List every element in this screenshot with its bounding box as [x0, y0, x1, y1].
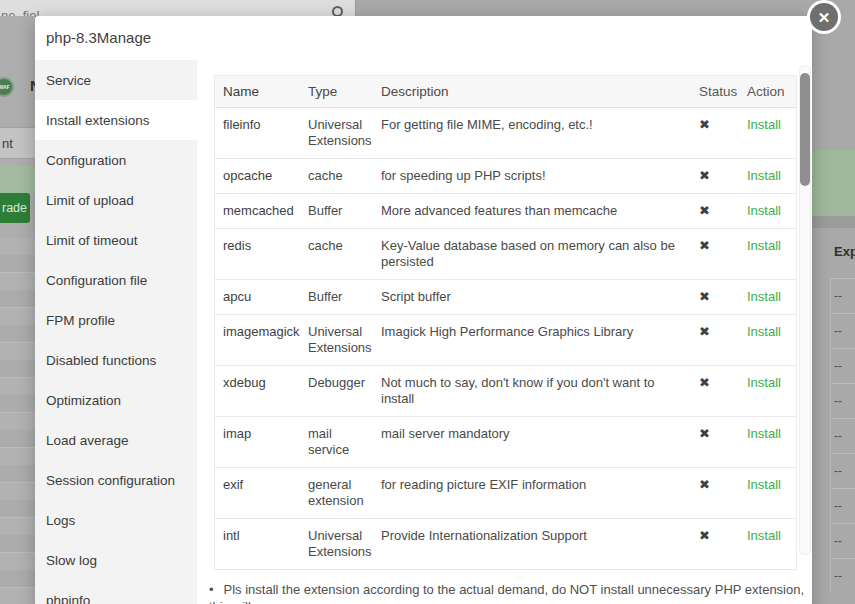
extension-status: ✖ — [691, 468, 739, 518]
background-column-header-expire: Expi — [834, 244, 855, 259]
extension-status: ✖ — [691, 229, 739, 279]
extension-name: xdebug — [215, 366, 300, 416]
extension-name: apcu — [215, 280, 300, 314]
extension-action: Install — [739, 468, 796, 518]
extension-description: For getting file MIME, encoding, etc.! — [373, 108, 691, 158]
extension-type: mail service — [300, 417, 373, 467]
sidebar-item-label: Limit of upload — [46, 193, 134, 208]
sidebar-item-label: Disabled functions — [46, 353, 156, 368]
extension-name: imap — [215, 417, 300, 467]
extension-name: intl — [215, 519, 300, 569]
waf-logo-icon: WAF — [0, 77, 14, 97]
screen: ne, fiel WAF N nt rade Expi -- -- -- -- … — [0, 0, 855, 604]
background-table-cell: -- — [831, 348, 855, 383]
not-installed-icon: ✖ — [699, 324, 710, 339]
background-table-cell: -- — [831, 383, 855, 418]
background-text-fragment-nt: nt — [2, 136, 13, 151]
sidebar-item-load-average[interactable]: Load average — [35, 420, 197, 460]
install-button[interactable]: Install — [747, 238, 781, 253]
extension-description: Imagick High Performance Graphics Librar… — [373, 315, 691, 365]
extension-status: ✖ — [691, 194, 739, 228]
sidebar-item-service[interactable]: Service — [35, 60, 197, 100]
sidebar-item-session-configuration[interactable]: Session configuration — [35, 460, 197, 500]
sidebar-item-label: Limit of timeout — [46, 233, 138, 248]
extension-action: Install — [739, 519, 796, 569]
sidebar-item-phpinfo[interactable]: phpinfo — [35, 580, 197, 604]
background-table-cell: -- — [831, 558, 855, 593]
extension-name: exif — [215, 468, 300, 518]
extension-status: ✖ — [691, 315, 739, 365]
sidebar-item-label: Service — [46, 73, 91, 88]
install-warning-note: •Pls install the extension according to … — [209, 581, 809, 604]
sidebar-item-label: Load average — [46, 433, 129, 448]
sidebar-item-optimization[interactable]: Optimization — [35, 380, 197, 420]
table-row: exif general extension for reading pictu… — [215, 468, 796, 519]
install-button[interactable]: Install — [747, 477, 781, 492]
table-row: imap mail service mail server mandatory … — [215, 417, 796, 468]
background-table-cell: -- — [831, 313, 855, 348]
install-button[interactable]: Install — [747, 203, 781, 218]
not-installed-icon: ✖ — [699, 238, 710, 253]
extension-description: Not much to say, don't know if you don't… — [373, 366, 691, 416]
sidebar-item-install-extensions[interactable]: Install extensions — [35, 100, 197, 140]
upgrade-button-partial[interactable]: rade — [0, 193, 30, 223]
install-button[interactable]: Install — [747, 289, 781, 304]
table-scrollbar-track[interactable] — [799, 65, 811, 555]
background-right-strip: Expi -- -- -- -- -- -- -- -- -- — [812, 16, 855, 604]
background-table-cell: -- — [831, 453, 855, 488]
install-button[interactable]: Install — [747, 375, 781, 390]
not-installed-icon: ✖ — [699, 477, 710, 492]
install-button[interactable]: Install — [747, 168, 781, 183]
extension-type: cache — [300, 159, 373, 193]
extension-name: imagemagick — [215, 315, 300, 365]
install-button[interactable]: Install — [747, 426, 781, 441]
sidebar-item-configuration[interactable]: Configuration — [35, 140, 197, 180]
extension-description: Script buffer — [373, 280, 691, 314]
close-icon[interactable]: ✕ — [810, 3, 838, 31]
extension-description: Key-Value database based on memory can a… — [373, 229, 691, 279]
modal-title: php-8.3Manage — [46, 29, 151, 46]
table-row: fileinfo Universal Extensions For gettin… — [215, 108, 796, 159]
background-green-banner-right — [812, 150, 855, 216]
extension-action: Install — [739, 108, 796, 158]
install-button[interactable]: Install — [747, 324, 781, 339]
column-header-description: Description — [373, 76, 691, 107]
extension-action: Install — [739, 366, 796, 416]
modal-content: Name Type Description Status Action file… — [197, 60, 812, 604]
sidebar-item-label: Install extensions — [46, 113, 150, 128]
not-installed-icon: ✖ — [699, 528, 710, 543]
background-card: nt — [0, 127, 36, 159]
install-button[interactable]: Install — [747, 117, 781, 132]
table-header-row: Name Type Description Status Action — [215, 76, 796, 108]
table-scrollbar-thumb[interactable] — [800, 73, 810, 186]
not-installed-icon: ✖ — [699, 168, 710, 183]
sidebar-item-label: Optimization — [46, 393, 121, 408]
extension-status: ✖ — [691, 280, 739, 314]
extension-action: Install — [739, 194, 796, 228]
table-row: intl Universal Extensions Provide Intern… — [215, 519, 796, 570]
extension-action: Install — [739, 229, 796, 279]
column-header-status: Status — [691, 76, 739, 107]
extension-name: fileinfo — [215, 108, 300, 158]
sidebar-item-limit-of-timeout[interactable]: Limit of timeout — [35, 220, 197, 260]
install-button[interactable]: Install — [747, 528, 781, 543]
sidebar-item-label: Session configuration — [46, 473, 175, 488]
extension-type: Universal Extensions — [300, 315, 373, 365]
table-rows-container: fileinfo Universal Extensions For gettin… — [215, 108, 796, 570]
extension-name: memcached — [215, 194, 300, 228]
table-row: apcu Buffer Script buffer ✖ Install — [215, 280, 796, 315]
sidebar-item-disabled-functions[interactable]: Disabled functions — [35, 340, 197, 380]
extension-type: Debugger — [300, 366, 373, 416]
background-table-cell: -- — [831, 523, 855, 558]
modal-sidebar: Service Install extensions Configuration… — [35, 60, 197, 604]
sidebar-item-limit-of-upload[interactable]: Limit of upload — [35, 180, 197, 220]
column-header-action: Action — [739, 76, 796, 107]
extension-action: Install — [739, 159, 796, 193]
sidebar-item-logs[interactable]: Logs — [35, 500, 197, 540]
background-green-banner — [0, 166, 35, 194]
extension-action: Install — [739, 417, 796, 467]
sidebar-item-fpm-profile[interactable]: FPM profile — [35, 300, 197, 340]
sidebar-item-slow-log[interactable]: Slow log — [35, 540, 197, 580]
extension-description: for reading picture EXIF information — [373, 468, 691, 518]
sidebar-item-configuration-file[interactable]: Configuration file — [35, 260, 197, 300]
